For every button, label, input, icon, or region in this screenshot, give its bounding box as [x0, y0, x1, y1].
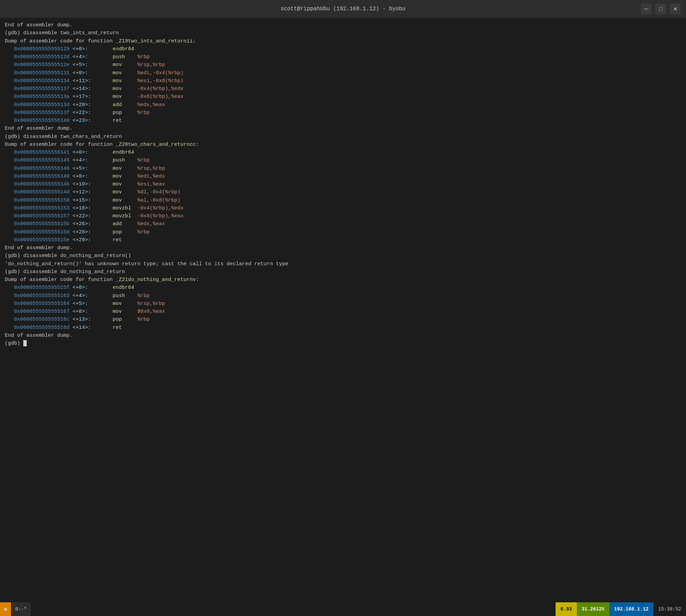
- asm-row-1: 0x0000555555555129 <+0>: endbr64: [5, 45, 681, 53]
- line-end3: End of assembler dump.: [5, 332, 681, 339]
- status-u-label: u: [0, 602, 11, 616]
- asm2-row-1: 0x0000555555555141 <+0>: endbr64: [5, 149, 681, 156]
- titlebar: scott@rippahUbu (192.168.1.12) - byobu ─…: [0, 0, 686, 18]
- line-gdb4: (gdb) disassemble do_nothing_and_return: [5, 268, 681, 276]
- status-time: 15:38:52: [653, 602, 686, 616]
- asm2-row-12: 0x000055555555515e <+29>: ret: [5, 236, 681, 244]
- asm3-row-2: 0x0000555555555163 <+4>: push %rbp: [5, 292, 681, 300]
- asm-row-9: 0x000055555555513f <+22>: pop %rbp: [5, 109, 681, 117]
- asm3-row-3: 0x0000555555555164 <+5>: mov %rsp,%rbp: [5, 300, 681, 308]
- asm2-row-4: 0x0000555555555149 <+8>: mov %edi,%edx: [5, 172, 681, 180]
- asm-row-8: 0x000055555555513d <+20>: add %edx,%eax: [5, 101, 681, 109]
- status-session: 0:-*: [11, 602, 31, 616]
- line-warning: 'do_nothing_and_return()' has unknown re…: [5, 260, 681, 268]
- asm2-row-5: 0x000055555555514b <+10>: mov %esi,%eax: [5, 180, 681, 188]
- asm2-row-11: 0x000055555555515d <+28>: pop %rbp: [5, 228, 681, 236]
- window-controls: ─ □ ✕: [641, 3, 681, 14]
- maximize-button[interactable]: □: [655, 3, 666, 14]
- close-button[interactable]: ✕: [670, 3, 681, 14]
- asm3-row-4: 0x0000555555555167 <+8>: mov $0x0,%eax: [5, 308, 681, 316]
- cursor: [23, 340, 27, 346]
- line-end2: End of assembler dump.: [5, 244, 681, 252]
- minimize-button[interactable]: ─: [641, 3, 652, 14]
- asm2-row-7: 0x0000555555555150 <+15>: mov %al,-0x8(%…: [5, 196, 681, 204]
- asm2-row-3: 0x0000555555555146 <+5>: mov %rsp,%rbp: [5, 165, 681, 172]
- line-3: Dump of assembler code for function _Z19…: [5, 37, 681, 45]
- window-title: scott@rippahUbu (192.168.1.12) - byobu: [281, 6, 406, 12]
- asm2-row-9: 0x0000555555555157 <+22>: movzbl -0x8(%r…: [5, 212, 681, 220]
- status-load: 0.93: [556, 602, 577, 616]
- asm-row-7: 0x000055555555513a <+17>: mov -0x8(%rbp)…: [5, 93, 681, 101]
- line-1: End of assembler dump.: [5, 21, 681, 29]
- asm-row-2: 0x000055555555512d <+4>: push %rbp: [5, 53, 681, 61]
- asm2-row-2: 0x0000555555555145 <+4>: push %rbp: [5, 156, 681, 164]
- line-dump2: Dump of assembler code for function _Z20…: [5, 141, 681, 149]
- asm3-row-6: 0x000055555555516d <+14>: ret: [5, 324, 681, 332]
- line-end1: End of assembler dump.: [5, 125, 681, 132]
- line-gdb3: (gdb) disassemble do_nothing_and_return(…: [5, 252, 681, 260]
- line-dump3: Dump of assembler code for function _Z21…: [5, 276, 681, 284]
- line-prompt: (gdb): [5, 339, 681, 347]
- asm-row-10: 0x0000555555555140 <+23>: ret: [5, 117, 681, 125]
- status-ip: 192.168.1.12: [609, 602, 653, 616]
- asm-row-5: 0x0000555555555134 <+11>: mov %esi,-0x8(…: [5, 77, 681, 85]
- line-2: (gdb) disassemble two_ints_and_return: [5, 29, 681, 37]
- terminal-window: scott@rippahUbu (192.168.1.12) - byobu ─…: [0, 0, 686, 616]
- asm-row-6: 0x0000555555555137 <+14>: mov -0x4(%rbp)…: [5, 85, 681, 93]
- asm2-row-10: 0x000055555555515b <+26>: add %edx,%eax: [5, 220, 681, 228]
- asm2-row-8: 0x0000555555555153 <+18>: movzbl -0x4(%r…: [5, 204, 681, 212]
- asm3-row-1: 0x000055555555515f <+0>: endbr64: [5, 284, 681, 292]
- terminal-output[interactable]: End of assembler dump. (gdb) disassemble…: [0, 18, 686, 602]
- asm3-row-5: 0x000055555555516c <+13>: pop %rbp: [5, 316, 681, 323]
- statusbar: u 0:-* 0.93 31.2612% 192.168.1.12 15:38:…: [0, 602, 686, 616]
- asm-row-3: 0x000055555555512e <+5>: mov %rsp,%rbp: [5, 61, 681, 69]
- asm-row-4: 0x0000555555555131 <+8>: mov %edi,-0x4(%…: [5, 69, 681, 77]
- asm2-row-6: 0x000055555555514d <+12>: mov %dl,-0x4(%…: [5, 188, 681, 196]
- line-gdb2: (gdb) disassemble two_chars_and_return: [5, 133, 681, 141]
- status-cpu: 31.2612%: [577, 602, 609, 616]
